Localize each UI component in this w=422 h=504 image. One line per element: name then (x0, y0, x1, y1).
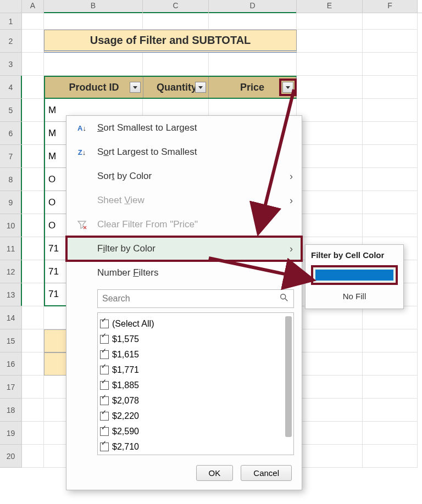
filter-value-select-all[interactable]: (Select All) (100, 316, 291, 332)
header-product-id: Product ID (45, 77, 143, 98)
filter-value[interactable]: $2,710 (100, 439, 291, 455)
filter-button-price[interactable] (282, 82, 293, 93)
col-header-e[interactable]: E (297, 0, 363, 13)
filter-button-product-id[interactable] (130, 82, 141, 93)
filter-dropdown: A↓ Sort Smallest to Largest Z↓ Sort Larg… (66, 115, 302, 490)
row-header[interactable]: 20 (0, 445, 22, 468)
sort-by-color[interactable]: Sort by Color › (66, 164, 302, 188)
ok-button[interactable]: OK (196, 465, 234, 481)
chevron-right-icon: › (290, 195, 293, 206)
menu-label: Sheet View (97, 195, 145, 206)
number-filters[interactable]: Number Filters › (66, 261, 302, 285)
menu-label: Number Filters (97, 267, 158, 278)
row-header[interactable]: 3 (0, 53, 22, 76)
sheet-view: Sheet View › (66, 188, 302, 212)
filter-button-quantity[interactable] (195, 82, 206, 93)
cancel-button[interactable]: Cancel (241, 465, 292, 481)
menu-label: rt Largest to Smallest (109, 147, 197, 157)
filter-value[interactable]: $1,575 (100, 332, 291, 347)
row-headers: 1 2 3 4 5 6 7 8 9 10 11 12 13 14 15 16 1… (0, 13, 22, 468)
column-headers-row: A B C D E F (0, 0, 422, 13)
filter-value[interactable]: $1,771 (100, 362, 291, 378)
page-title: Usage of Filter and SUBTOTAL (44, 30, 297, 53)
sort-descending[interactable]: Z↓ Sort Largest to Smallest (66, 140, 302, 164)
chevron-right-icon: › (290, 243, 293, 255)
chevron-right-icon: › (290, 267, 293, 279)
sort-desc-icon: Z↓ (74, 148, 90, 156)
row-header[interactable]: 1 (0, 13, 22, 30)
header-label: Price (240, 82, 264, 93)
svg-point-0 (281, 294, 286, 299)
row-header[interactable]: 11 (0, 237, 22, 260)
filter-value[interactable]: $1,885 (100, 378, 291, 393)
row-header[interactable]: 7 (0, 145, 22, 168)
row-header[interactable]: 17 (0, 376, 22, 399)
dropdown-footer: OK Cancel (66, 460, 302, 490)
filter-value[interactable]: $2,590 (100, 424, 291, 439)
filter-by-color[interactable]: Filter by Color › (66, 237, 302, 261)
row-header[interactable]: 15 (0, 329, 22, 352)
col-header-f[interactable]: F (363, 0, 418, 13)
table-header-row: Product ID Quantity Price (44, 76, 297, 99)
funnel-clear-icon (74, 219, 90, 230)
menu-label: ort Smallest to Largest (103, 122, 197, 133)
row-header[interactable]: 9 (0, 191, 22, 214)
row-header[interactable]: 4 (0, 76, 22, 99)
clear-filter: Clear Filter From "Price" (66, 212, 302, 237)
search-input[interactable] (102, 294, 279, 304)
row-header[interactable]: 13 (0, 283, 22, 306)
row-header[interactable]: 18 (0, 399, 22, 422)
row-header[interactable]: 10 (0, 214, 22, 237)
header-price: Price (209, 77, 296, 98)
header-label: Product ID (69, 82, 119, 93)
header-quantity: Quantity (143, 77, 209, 98)
color-swatch (315, 270, 393, 281)
menu-label: Clear Filter From "Price" (97, 219, 198, 230)
menu-label: Filter by Color (97, 243, 156, 254)
header-label: Quantity (157, 82, 195, 93)
col-header-b[interactable]: B (44, 0, 143, 13)
filter-value[interactable]: $2,078 (100, 393, 291, 408)
search-icon (279, 293, 289, 305)
menu-label: Sort by Color (97, 171, 152, 182)
filter-values-list[interactable]: (Select All) $1,575 $1,615 $1,771 $1,885… (97, 312, 294, 455)
filter-search-box[interactable] (97, 289, 294, 308)
submenu-title: Filter by Cell Color (311, 250, 398, 260)
scrollbar-thumb[interactable] (285, 316, 292, 437)
row-header[interactable]: 19 (0, 422, 22, 445)
col-header-a[interactable]: A (22, 0, 44, 13)
col-header-c[interactable]: C (143, 0, 209, 13)
select-all-corner[interactable] (0, 0, 22, 13)
filter-by-cell-color-submenu: Filter by Cell Color No Fill (305, 244, 404, 309)
row-header[interactable]: 16 (0, 352, 22, 376)
sort-asc-icon: A↓ (74, 124, 90, 132)
row-header[interactable]: 8 (0, 168, 22, 191)
row-header[interactable]: 5 (0, 99, 22, 122)
no-fill-option[interactable]: No Fill (311, 292, 398, 301)
filter-value[interactable]: $2,220 (100, 408, 291, 424)
sort-ascending[interactable]: A↓ Sort Smallest to Largest (66, 116, 302, 140)
row-header[interactable]: 6 (0, 122, 22, 145)
row-header[interactable]: 12 (0, 260, 22, 283)
row-header[interactable]: 14 (0, 306, 22, 329)
row-header[interactable]: 2 (0, 30, 22, 53)
col-header-d[interactable]: D (209, 0, 297, 13)
color-swatch-option[interactable] (311, 265, 398, 285)
chevron-right-icon: › (290, 171, 293, 182)
filter-value[interactable]: $1,615 (100, 347, 291, 362)
